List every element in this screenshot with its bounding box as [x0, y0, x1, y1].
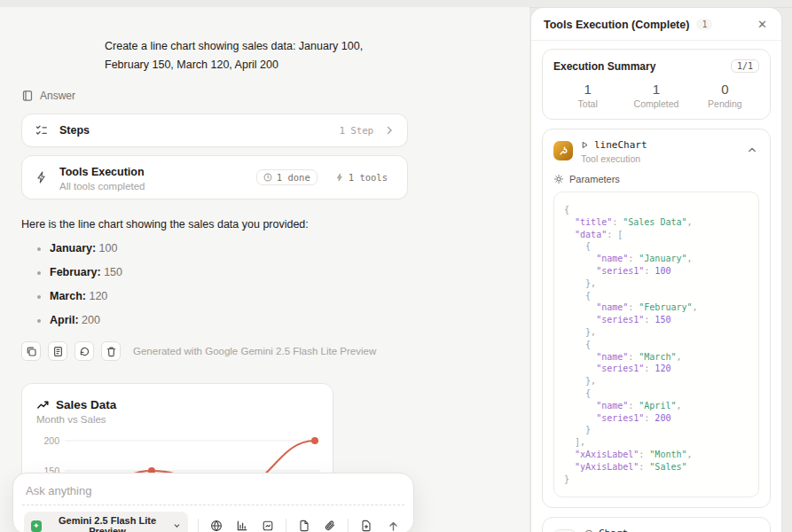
parameters-code-block: { "title": "Sales Data", "data": [ { "na…	[553, 192, 759, 497]
copy-button[interactable]	[21, 341, 41, 361]
sales-bullet-list: January: 100February: 150March: 120April…	[21, 242, 408, 326]
composer-divider	[22, 505, 404, 505]
zap-icon	[35, 170, 49, 184]
gemini-green-icon: ✦	[31, 520, 42, 532]
tools-execution-card[interactable]: Tools Execution All tools completed 1 do…	[21, 155, 408, 200]
message-actions: Generated with Google Gemini 2.5 Flash L…	[21, 341, 408, 361]
chevron-right-icon	[384, 125, 395, 136]
chevron-down-icon	[173, 521, 181, 530]
trash-icon	[106, 346, 117, 357]
delete-button[interactable]	[101, 341, 121, 361]
panel-title: Tools Execution (Complete)	[544, 19, 689, 31]
collapse-tool-button[interactable]	[745, 143, 759, 157]
add-file-button[interactable]	[296, 518, 312, 532]
file-icon	[298, 520, 310, 532]
bar-chart-icon	[236, 520, 248, 532]
chart-title: Sales Data	[56, 398, 116, 411]
tools-title: Tools Execution	[59, 166, 145, 178]
refresh-icon	[79, 346, 90, 357]
svg-text:200: 200	[43, 435, 59, 446]
toolbar-divider	[286, 519, 286, 532]
stat-total: 1 Total	[553, 82, 622, 109]
attach-button[interactable]	[322, 518, 338, 532]
chat-main: Create a line chart showing sales data: …	[0, 7, 529, 532]
document-icon	[52, 346, 64, 357]
arrow-up-icon	[388, 520, 399, 532]
run-triangle-icon	[581, 141, 589, 149]
summary-ratio-badge: 1/1	[731, 59, 759, 73]
tools-subtitle: All tools completed	[59, 181, 145, 192]
canvas-icon	[262, 520, 274, 532]
tools-count-badge: 1 tools	[328, 169, 395, 185]
list-checks-icon	[35, 123, 49, 137]
list-item: March: 120	[37, 290, 408, 302]
panel-count-badge: 1	[696, 19, 712, 30]
model-name: Gemini 2.5 Flash Lite Preview	[47, 515, 169, 532]
tools-execution-panel: Tools Execution (Complete) 1 ✕ Execution…	[530, 7, 782, 532]
file-plus-icon	[360, 520, 372, 532]
trending-up-icon	[36, 398, 50, 411]
regenerate-button[interactable]	[74, 341, 94, 361]
parameters-label: Parameters	[569, 174, 620, 184]
stat-completed: 1 Completed	[622, 82, 690, 109]
tool-name: lineChart	[594, 139, 647, 151]
execution-summary-title: Execution Summary	[553, 60, 655, 73]
send-button[interactable]	[384, 519, 403, 532]
answer-intro-text: Here is the line chart showing the sales…	[21, 218, 408, 231]
app-root: Create a line chart showing sales data: …	[0, 0, 792, 532]
chat-input[interactable]	[24, 483, 406, 498]
book-icon	[21, 90, 34, 102]
linechart-tool-card: lineChart Tool execution Parameters	[542, 129, 771, 508]
close-icon[interactable]: ✕	[756, 18, 769, 31]
execution-summary-card: Execution Summary 1/1 1 Total 1 Complete…	[542, 49, 771, 120]
list-item: April: 200	[37, 314, 408, 326]
chart-subtitle: Month vs Sales	[22, 411, 333, 425]
new-file-button[interactable]	[358, 518, 374, 532]
paperclip-icon	[324, 520, 336, 532]
chart-result-card: Chart lineChart Sales Data Month vs Sale…	[542, 517, 771, 532]
web-search-button[interactable]	[208, 518, 224, 532]
toolbar-divider	[198, 519, 199, 532]
chevron-up-icon	[747, 145, 757, 155]
steps-count: 1 Step	[339, 125, 373, 137]
panel-header: Tools Execution (Complete) 1 ✕	[531, 8, 781, 41]
export-document-button[interactable]	[48, 341, 67, 361]
done-count-badge: 1 done	[256, 169, 318, 185]
toolbar-divider	[348, 519, 349, 532]
chart-tool-label: Chart	[599, 528, 628, 532]
model-selector[interactable]: ✦ Gemini 2.5 Flash Lite Preview	[24, 512, 188, 532]
steps-title: Steps	[59, 124, 90, 137]
steps-card[interactable]: Steps 1 Step	[21, 113, 408, 147]
gear-icon	[553, 174, 564, 184]
globe-icon	[210, 520, 223, 532]
tool-subtitle: Tool execution	[581, 153, 647, 164]
charts-button[interactable]	[234, 518, 250, 532]
generated-with-caption: Generated with Google Gemini 2.5 Flash L…	[133, 346, 376, 356]
canvas-button[interactable]	[260, 518, 276, 532]
answer-label: Answer	[40, 90, 75, 102]
list-item: February: 150	[37, 266, 408, 278]
copy-icon	[26, 346, 37, 357]
summary-stats: 1 Total 1 Completed 0 Pending	[553, 82, 759, 109]
answer-label-row: Answer	[21, 90, 408, 102]
chat-thread: Create a line chart showing sales data: …	[0, 37, 408, 532]
user-message: Create a line chart showing sales data: …	[105, 37, 397, 74]
stat-pending: 0 Pending	[691, 82, 759, 109]
composer: ✦ Gemini 2.5 Flash Lite Preview	[12, 473, 414, 532]
list-item: January: 100	[37, 242, 408, 254]
wrench-icon	[553, 141, 573, 160]
